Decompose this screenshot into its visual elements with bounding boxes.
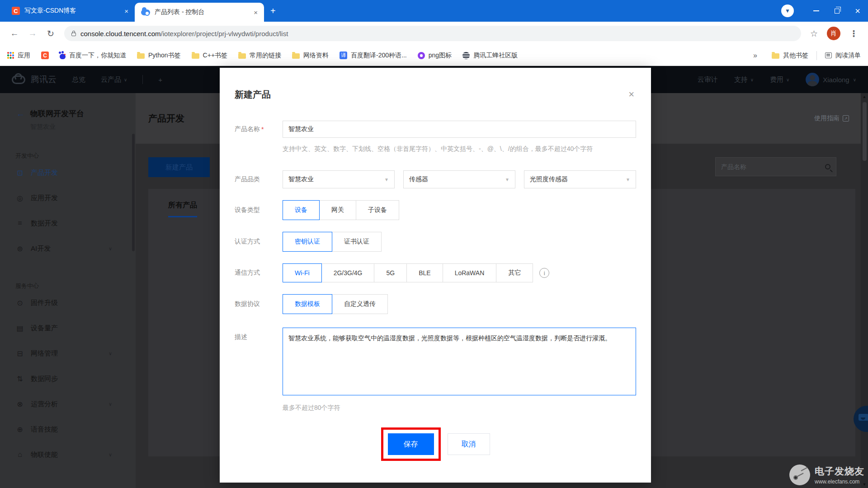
reload-icon[interactable]: ↻ [42,25,59,42]
nav-add-shortcut[interactable]: + [158,76,162,84]
back-icon[interactable]: ← [6,25,23,42]
reading-list-button[interactable]: 阅读清单 [825,52,861,60]
browser-profile-avatar[interactable]: 肖 [827,27,840,40]
console-header-right: 云审计 支持 ∨ 费用 ∨ Xiaolong ∨ [698,73,856,86]
option-wifi[interactable]: Wi-Fi [283,263,322,282]
new-product-button[interactable]: 新建产品 [148,157,210,177]
nav-billing[interactable]: 费用 ∨ [770,75,789,84]
window-minimize-button[interactable] [806,0,826,22]
page-scrollbar-thumb[interactable] [863,102,867,161]
sidebar-item-network-mgmt[interactable]: ⊟ 网络管理 ∨ [0,341,136,366]
option-key-auth[interactable]: 密钥认证 [283,232,332,252]
bookmark-star-icon[interactable]: ☆ [807,28,821,39]
search-icon[interactable] [825,164,830,169]
tab-close-icon[interactable]: × [254,9,258,16]
platform-title: 物联网开发平台 [30,108,84,119]
tab-menu-icon[interactable]: ▼ [781,5,794,17]
option-device[interactable]: 设备 [283,200,320,220]
ai-dev-icon: ⊚ [15,244,24,253]
comm-group: Wi-Fi 2G/3G/4G 5G BLE LoRaWAN 其它 i [283,263,636,282]
option-5g[interactable]: 5G [374,263,407,282]
sidebar-item-data-sync[interactable]: ⇅ 数据同步 [0,366,136,391]
sidebar-item-firmware[interactable]: ⊙ 固件升级 [0,290,136,315]
usage-guide-link[interactable]: 使用指南 ↗ [814,114,849,122]
bookmark-baidu-translate[interactable]: 译 百度翻译-200种语... [340,52,407,60]
nav-overview[interactable]: 总览 [72,75,85,84]
option-data-template[interactable]: 数据模板 [283,294,332,314]
sidebar-item-iot-enable[interactable]: ⌂ 物联使能 ∨ [0,442,136,467]
product-search-input[interactable] [721,163,825,170]
option-lorawan[interactable]: LoRaWAN [443,263,497,282]
mass-production-icon: ▤ [15,324,24,333]
option-cert-auth[interactable]: 证书认证 [332,232,382,252]
option-subdevice[interactable]: 子设备 [356,200,399,220]
new-product-modal: 新建产品 × 产品名称 * 支持中文、英文、数字、下划线、空格（非首尾字符）、中… [220,68,651,483]
bookmark-csdn[interactable]: C [41,52,49,59]
sidebar-item-product-dev[interactable]: ⊡ 产品开发 [0,160,136,185]
description-textarea[interactable]: 智慧农业系统，能够获取空气中的温湿度数据，光照度数据等，根据种植区的空气温湿度数… [283,328,636,395]
product-name-help: 支持中文、英文、数字、下划线、空格（非首尾字符）、中英文括号、-、@、\、/的组… [283,143,636,155]
chevron-down-icon: ∨ [108,246,112,252]
save-button[interactable]: 保存 [388,433,434,455]
new-tab-button[interactable]: + [264,0,282,22]
sidebar-item-analytics[interactable]: ⊗ 运营分析 ∨ [0,391,136,417]
bookmarks-overflow-icon[interactable]: » [753,52,757,60]
option-ble[interactable]: BLE [406,263,443,282]
other-bookmarks-folder[interactable]: 其他书签 [772,52,808,60]
bookmark-label: 百度翻译-200种语... [351,52,407,60]
new-product-form: 产品名称 * 支持中文、英文、数字、下划线、空格（非首尾字符）、中英文括号、-、… [235,121,636,461]
sidebar-item-voice-skill[interactable]: ⊕ 语音技能 [0,417,136,442]
tencent-cloud-logo[interactable]: 腾讯云 [12,74,57,85]
sidebar-item-ai-dev[interactable]: ⊚ AI开发 ∨ [0,236,136,261]
protocol-label: 数据协议 [235,294,283,314]
browser-toolbar: ← → ↻ console.cloud.tencent.com/iotexplo… [0,22,868,45]
sidebar-item-data-dev[interactable]: ≡ 数据开发 [0,211,136,236]
tab-title: 产品列表 - 控制台 [155,8,249,16]
modal-close-icon[interactable]: × [627,89,636,100]
category-select-level1[interactable]: 智慧农业 ▼ [283,170,395,188]
bookmark-label: 百度一下，你就知道 [69,52,126,60]
analytics-icon: ⊗ [15,400,24,408]
nav-cloud-audit[interactable]: 云审计 [698,75,718,84]
chevron-down-icon: ∨ [786,77,789,82]
bookmark-folder-network[interactable]: 网络资料 [292,52,329,60]
forward-icon[interactable]: → [24,25,41,42]
bookmark-folder-links[interactable]: 常用的链接 [238,52,281,60]
bookmark-baidu[interactable]: 百度一下，你就知道 [60,52,126,60]
option-custom-passthrough[interactable]: 自定义透传 [332,294,388,314]
bookmark-folder-cpp[interactable]: C++书签 [192,52,227,60]
option-2g3g4g[interactable]: 2G/3G/4G [321,263,375,282]
scroll-up-icon[interactable]: ▲ [863,94,867,99]
category-select-level3[interactable]: 光照度传感器 ▼ [524,170,636,188]
info-icon[interactable]: i [539,268,549,278]
browser-menu-icon[interactable]: ⋮ [846,28,862,39]
window-restore-button[interactable] [826,0,847,22]
nav-cloud-products[interactable]: 云产品 ∨ [101,75,127,84]
sidebar-item-mass-production[interactable]: ▤ 设备量产 [0,315,136,341]
cancel-button[interactable]: 取消 [448,433,490,455]
nav-support[interactable]: 支持 ∨ [734,75,754,84]
sidebar-item-label: 数据同步 [31,375,58,383]
tab-all-products[interactable]: 所有产品 [168,201,197,217]
window-close-button[interactable]: × [847,0,868,22]
address-bar[interactable]: console.cloud.tencent.com/iotexplorer/pr… [64,26,801,41]
bookmark-label: png图标 [429,52,452,60]
category-select-level2[interactable]: 传感器 ▼ [403,170,515,188]
browser-tab-console[interactable]: 产品列表 - 控制台 × [135,3,264,22]
bookmark-apps[interactable]: 应用 [7,52,30,60]
tab-close-icon[interactable]: × [124,7,128,15]
browser-tab-csdn[interactable]: C 写文章-CSDN博客 × [5,0,135,22]
chevron-down-icon: ∨ [853,77,856,82]
csdn-icon: C [41,52,49,59]
bookmark-png-icons[interactable]: png图标 [418,52,452,60]
sidebar-back-link[interactable]: ← 物联网开发平台 [0,108,136,119]
sidebar-scrollbar[interactable] [132,134,135,251]
product-name-input[interactable] [283,121,636,138]
bookmark-folder-python[interactable]: Python书签 [137,52,181,60]
option-gateway[interactable]: 网关 [319,200,356,220]
sidebar-item-app-dev[interactable]: ◎ 应用开发 [0,185,136,211]
product-search-box[interactable] [715,157,836,176]
option-other[interactable]: 其它 [496,263,533,282]
bookmark-gongfeng[interactable]: 腾讯工蜂社区版 [462,52,518,60]
account-menu[interactable]: Xiaolong ∨ [806,73,856,86]
